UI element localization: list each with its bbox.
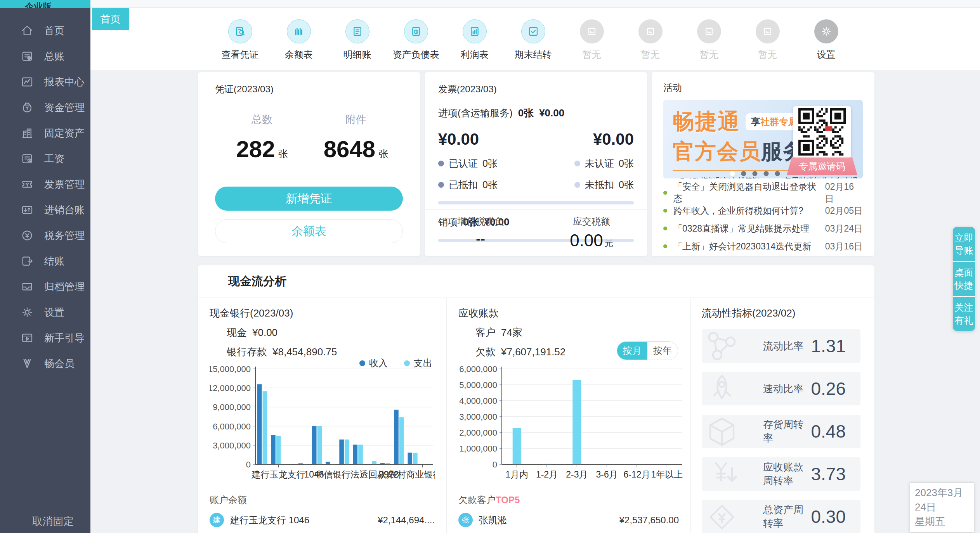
quick-action-circle [814, 19, 838, 43]
balance-table-button[interactable]: 余额表 [215, 219, 403, 243]
svg-text:3,000,000: 3,000,000 [213, 441, 251, 450]
quick-action-empty-6[interactable]: 暂无 [562, 19, 621, 61]
deducted-row: 已抵扣0张 [438, 178, 530, 191]
question-icon[interactable] [571, 347, 581, 357]
carousel-dot[interactable] [775, 171, 780, 176]
qr-code [793, 106, 851, 157]
carousel-dot[interactable] [730, 171, 735, 176]
tab-home[interactable]: 首页 [92, 8, 129, 30]
carousel-dot[interactable] [764, 171, 769, 176]
profit-icon [468, 25, 481, 38]
quick-action-empty-8[interactable]: 暂无 [680, 19, 738, 61]
cube-icon: ◆ [776, 177, 781, 178]
quick-action-label: 余额表 [285, 48, 313, 61]
bar-chart-icon [210, 275, 223, 288]
new-voucher-button[interactable]: 新增凭证 [215, 187, 403, 211]
news-item[interactable]: 「0328直播课」常见结账提示处理 03月24日 [663, 220, 863, 237]
unpin-sidebar-button[interactable]: 取消固定 [0, 514, 90, 528]
quick-action-查看凭证[interactable]: 查看凭证 [211, 19, 269, 61]
svg-text:1月内: 1月内 [505, 469, 528, 479]
question-icon[interactable] [298, 308, 308, 318]
cash-bank-chart: 03,000,0006,000,0009,000,00012,000,00015… [210, 363, 435, 493]
voucher-attachment-value: 8648张 [309, 136, 403, 163]
debtor-row[interactable]: 张 张凯淞 ¥2,537,650.00 [458, 513, 679, 527]
side-button-0[interactable]: 立即导账 [953, 227, 975, 261]
sidebar-item-report-center[interactable]: 报表中心 [0, 69, 90, 95]
carousel-dot[interactable] [741, 171, 746, 176]
quick-action-label: 暂无 [700, 48, 718, 61]
voucher-card-title: 凭证(2023/03) [215, 83, 403, 95]
quick-action-label: 期末结转 [515, 48, 552, 61]
quick-action-label: 利润表 [461, 48, 489, 61]
news-bullet-icon [663, 244, 667, 248]
svg-text:2-3月: 2-3月 [566, 469, 588, 479]
toggle-monthly[interactable]: 按月 [617, 342, 647, 360]
avatar: 建 [210, 513, 224, 527]
certified-amount: ¥0.00 [438, 130, 530, 149]
account-row[interactable]: 建 建行玉龙支行 1046 ¥2,144,694.... [210, 513, 435, 527]
sidebar-item-archive[interactable]: 归档管理 [0, 274, 90, 299]
sidebar-item-label: 报表中心 [44, 75, 85, 89]
quick-action-设置[interactable]: 设置 [797, 19, 855, 61]
banner-bullet: ◆每周财税行业大咖直播 [776, 176, 863, 178]
sidebar-item-purchase-sales[interactable]: 进销台账 [0, 197, 90, 223]
quick-action-empty-7[interactable]: 暂无 [621, 19, 680, 61]
voucher-total-value: 282张 [215, 136, 309, 163]
quick-action-明细账[interactable]: 明细账 [328, 19, 387, 61]
news-text: 「0328直播课」常见结账提示处理 [673, 223, 809, 235]
promo-banner[interactable]: 畅捷通 享社群专属权益 官方会员服务群 ◆7×15h资深顾问在线答疑◆每周财税行… [663, 100, 863, 178]
quick-action-empty-9[interactable]: 暂无 [738, 19, 797, 61]
status-dot-certified [438, 161, 444, 166]
sidebar-item-salary[interactable]: 工资 [0, 146, 90, 171]
sidebar-item-tax-mgmt[interactable]: 税务管理 [0, 223, 90, 248]
sidebar-item-label: 资金管理 [44, 101, 85, 114]
quick-action-利润表[interactable]: 利润表 [445, 19, 504, 61]
voucher-stats: 总数 282张 附件 8648张 [215, 112, 403, 163]
news-item[interactable]: 跨年收入，企业所得税如何计算? 02月05日 [663, 202, 863, 220]
sidebar-item-membership[interactable]: 畅会员 [0, 351, 90, 376]
quick-action-余额表[interactable]: 余额表 [269, 19, 328, 61]
guide-icon [20, 331, 34, 345]
metric-list: 流动比率 1.31 速动比率 0.26 存货周转率 0.48 应收账款周转率 3… [702, 329, 860, 533]
svg-text:3,000,000: 3,000,000 [459, 412, 497, 422]
sidebar-item-invoice-mgmt[interactable]: 发票管理 [0, 171, 90, 197]
quick-action-资产负债表[interactable]: 资产负债表 [387, 19, 445, 61]
receivables-chart: 01,000,0002,000,0003,000,0004,000,0005,0… [458, 363, 683, 493]
metric-label: 存货周转率 [763, 418, 811, 445]
quick-action-期末结转[interactable]: 期末结转 [504, 19, 562, 61]
news-item[interactable]: 「安全」关闭浏览器自动退出登录状态 02月16日 [663, 184, 863, 202]
quick-action-circle [638, 19, 663, 43]
metric-yuan-down: 应收账款周转率 3.73 [702, 457, 860, 491]
status-dot-undeducted [574, 182, 580, 188]
news-bullet-icon [663, 227, 667, 230]
sidebar-item-fund-management[interactable]: 资金管理 [0, 95, 90, 120]
sidebar-item-closing[interactable]: 结账 [0, 248, 90, 274]
liquidity-title: 流动性指标(2023/02) [702, 306, 860, 320]
svg-text:1-2月: 1-2月 [536, 469, 558, 479]
sidebar-item-label: 结账 [44, 254, 64, 268]
news-text: 跨年收入，企业所得税如何计算? [673, 205, 803, 217]
sidebar-item-general-ledger[interactable]: 总账 [0, 43, 90, 69]
date-line: 2023年3月24日 [915, 486, 969, 514]
undeducted-row: 未抵扣0张 [542, 178, 634, 191]
voucher-total-stat: 总数 282张 [215, 112, 309, 163]
sidebar-item-home[interactable]: 首页 [0, 18, 90, 43]
quick-action-circle [756, 19, 780, 43]
svg-text:3-6月: 3-6月 [596, 469, 618, 479]
side-button-2[interactable]: 关注有礼 [953, 296, 975, 331]
carousel-dot[interactable] [753, 171, 758, 176]
side-button-1[interactable]: 桌面快捷 [953, 261, 975, 296]
activity-card: 活动 畅捷通 享社群专属权益 官方会员服务群 ◆7×15h资深顾问在线答疑◆每周… [652, 72, 874, 256]
status-dot-deducted [438, 182, 444, 188]
carousel-dots[interactable] [730, 171, 780, 176]
metric-share: 流动比率 1.31 [702, 329, 860, 363]
news-bullet-icon [663, 209, 667, 213]
sidebar-item-fixed-assets[interactable]: 固定资产 [0, 120, 90, 146]
receivables-title: 应收账款 [458, 306, 679, 320]
sidebar-item-settings[interactable]: 设置 [0, 299, 90, 325]
news-item[interactable]: 「上新」好会计20230314迭代更新 03月16日 [663, 237, 863, 255]
report-icon [20, 75, 34, 89]
sidebar-item-guide[interactable]: 新手引导 [0, 325, 90, 351]
svg-text:建行玉龙支行: 建行玉龙支行 [252, 469, 305, 479]
toggle-yearly[interactable]: 按年 [647, 342, 678, 360]
